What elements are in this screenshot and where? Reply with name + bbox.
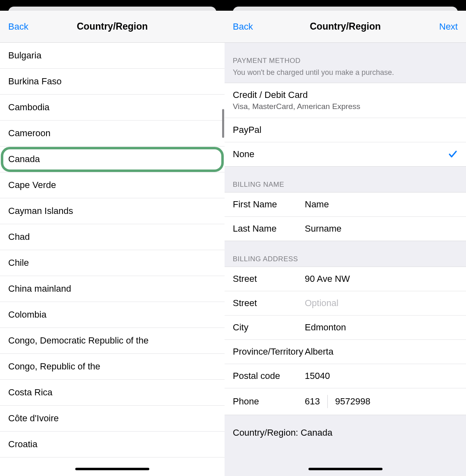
page-title: Country/Region [0, 21, 225, 32]
province-row[interactable]: Province/Territory Alberta [225, 340, 466, 364]
province-label: Province/Territory [233, 346, 305, 357]
country-region-footer[interactable]: Country/Region: Canada [225, 415, 466, 438]
country-row-cape-verde[interactable]: Cape Verde [0, 172, 225, 198]
billing-name-group: First Name Last Name [225, 192, 466, 241]
first-name-field[interactable] [305, 199, 458, 210]
last-name-field[interactable] [305, 223, 458, 234]
payment-option-label: None [233, 149, 448, 160]
left-screen: Back Country/Region BulgariaBurkina Faso… [0, 0, 225, 476]
home-indicator [308, 468, 383, 470]
country-row-bulgaria[interactable]: Bulgaria [0, 43, 225, 69]
last-name-label: Last Name [233, 223, 305, 234]
country-row-cambodia[interactable]: Cambodia [0, 95, 225, 121]
phone-separator [327, 395, 328, 408]
country-row-chad[interactable]: Chad [0, 224, 225, 250]
postal-row[interactable]: Postal code [225, 364, 466, 388]
country-row-china-mainland[interactable]: China mainland [0, 276, 225, 302]
postal-field[interactable] [305, 371, 458, 381]
payment-option-sub: Visa, MasterCard, American Express [233, 102, 458, 111]
country-row-colombia[interactable]: Colombia [0, 302, 225, 328]
status-bar [225, 0, 466, 6]
back-button[interactable]: Back [8, 21, 28, 32]
city-field[interactable] [305, 322, 458, 333]
first-name-label: First Name [233, 199, 305, 210]
street1-row[interactable]: Street [225, 267, 466, 291]
home-indicator [75, 468, 149, 470]
scroll-indicator [222, 109, 224, 138]
modal-stack-tabs [0, 6, 225, 11]
phone-label: Phone [233, 396, 305, 407]
payment-method-header: PAYMENT METHOD [225, 43, 466, 68]
phone-number-field[interactable]: 9572998 [335, 396, 371, 407]
country-row-chile[interactable]: Chile [0, 250, 225, 276]
country-row-croatia[interactable]: Croatia [0, 432, 225, 457]
payment-option-label: Credit / Debit Card [233, 90, 458, 100]
modal-stack-tabs [225, 6, 466, 11]
page-title: Country/Region [225, 21, 466, 32]
payment-option-credit-debit-card[interactable]: Credit / Debit CardVisa, MasterCard, Ame… [225, 83, 466, 118]
street2-field[interactable] [305, 298, 458, 309]
country-row-cameroon[interactable]: Cameroon [0, 121, 225, 146]
country-row-cayman-islands[interactable]: Cayman Islands [0, 198, 225, 224]
street1-label: Street [233, 274, 305, 284]
next-button[interactable]: Next [439, 21, 458, 32]
nav-bar: Back Country/Region Next [225, 11, 466, 43]
country-row-congo-democratic-republic-of-the[interactable]: Congo, Democratic Republic of the [0, 328, 225, 354]
phone-row[interactable]: Phone 613 9572998 [225, 388, 466, 415]
country-list[interactable]: BulgariaBurkina FasoCambodiaCameroonCana… [0, 43, 225, 457]
street2-row[interactable]: Street [225, 291, 466, 316]
country-row-burkina-faso[interactable]: Burkina Faso [0, 69, 225, 95]
billing-address-header: BILLING ADDRESS [225, 241, 466, 267]
checkmark-icon [448, 149, 458, 159]
phone-area-field[interactable]: 613 [305, 396, 320, 407]
payment-method-sub: You won't be charged until you make a pu… [225, 68, 466, 83]
billing-address-group: Street Street City Province/Territory Al… [225, 267, 466, 415]
province-field[interactable]: Alberta [305, 346, 458, 357]
city-label: City [233, 322, 305, 333]
status-bar [0, 0, 225, 6]
first-name-row[interactable]: First Name [225, 193, 466, 217]
country-row-c-te-d-ivoire[interactable]: Côte d'Ivoire [0, 406, 225, 432]
back-button[interactable]: Back [233, 21, 253, 32]
city-row[interactable]: City [225, 316, 466, 340]
street2-label: Street [233, 298, 305, 309]
right-screen: Back Country/Region Next PAYMENT METHOD … [225, 0, 466, 476]
country-row-costa-rica[interactable]: Costa Rica [0, 380, 225, 406]
payment-option-paypal[interactable]: PayPal [225, 118, 466, 142]
country-row-canada[interactable]: Canada [0, 146, 225, 172]
last-name-row[interactable]: Last Name [225, 217, 466, 241]
nav-bar: Back Country/Region [0, 11, 225, 43]
country-row-congo-republic-of-the[interactable]: Congo, Republic of the [0, 354, 225, 380]
payment-method-group: Credit / Debit CardVisa, MasterCard, Ame… [225, 83, 466, 167]
payment-option-none[interactable]: None [225, 142, 466, 166]
street1-field[interactable] [305, 274, 458, 284]
payment-option-label: PayPal [233, 125, 458, 135]
billing-name-header: BILLING NAME [225, 167, 466, 192]
postal-label: Postal code [233, 371, 305, 381]
